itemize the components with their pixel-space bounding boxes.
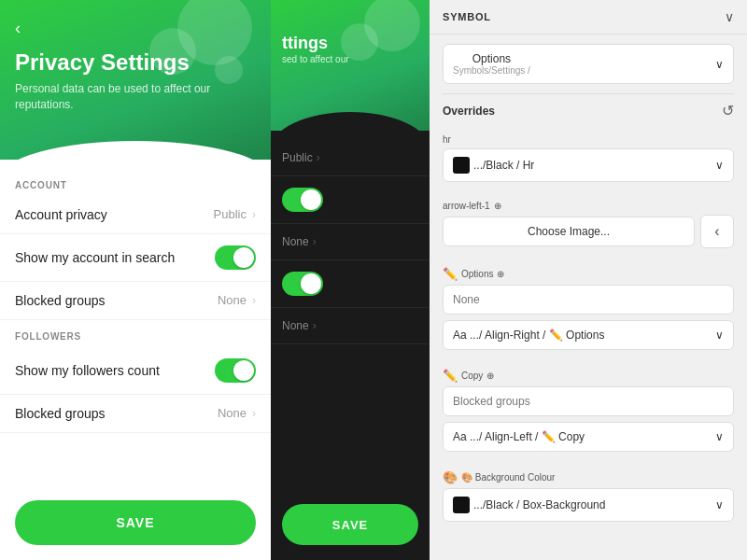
choose-image-button[interactable]: Choose Image...: [443, 217, 695, 246]
blocked-groups-followers-row[interactable]: Blocked groups None ›: [0, 395, 271, 433]
copy-section: ✏️ Copy ⊕ Aa .../ Align-Left / ✏️ Copy ∨: [430, 359, 747, 461]
palette-icon: 🎨: [443, 470, 458, 484]
deco-circle-3: [215, 56, 243, 84]
copy-dropdown-value: Aa .../ Align-Left / ✏️ Copy: [453, 430, 585, 443]
dark-blocked-groups-followers-row[interactable]: None ›: [271, 308, 430, 344]
symbol-section: Options Symbols/Settings / ∨: [430, 35, 747, 93]
dark-chevron-3: ›: [313, 319, 317, 332]
copy-label: ✏️ Copy ⊕: [443, 369, 734, 383]
stack-icon-3: ⊕: [486, 371, 494, 381]
account-privacy-value: Public ›: [214, 207, 256, 221]
dark-chevron-1: ›: [317, 151, 320, 164]
overrides-title: Overrides: [443, 105, 495, 118]
pencil-icon-2: ✏️: [443, 369, 458, 383]
blocked-groups-followers-value: None ›: [218, 406, 256, 420]
copy-dropdown[interactable]: Aa .../ Align-Left / ✏️ Copy ∨: [443, 422, 734, 452]
show-followers-label: Show my followers count: [15, 363, 160, 378]
show-account-toggle[interactable]: [215, 245, 256, 270]
bg-colour-value: .../Black / Box-Background: [473, 498, 605, 511]
dark-save-wrap: SAVE: [271, 489, 430, 560]
hr-dropdown-value: .../Black / Hr: [473, 159, 534, 172]
copy-dropdown-chevron: ∨: [715, 430, 724, 443]
bg-color-swatch: [453, 497, 470, 513]
show-account-search-row[interactable]: Show my account in search: [0, 234, 271, 282]
chevron-icon-3: ›: [252, 407, 256, 420]
arrow-left-label: arrow-left-1 ⊕: [443, 201, 734, 211]
overrides-header: Overrides ↺: [430, 94, 747, 123]
bg-dropdown-chevron: ∨: [715, 498, 724, 511]
options-dropdown-value: Aa .../ Align-Right / ✏️ Options: [453, 329, 604, 342]
options-label: ✏️ Options ⊕: [443, 267, 734, 281]
hr-dropdown-chevron: ∨: [715, 159, 724, 172]
dark-show-followers-toggle[interactable]: [282, 272, 323, 296]
account-privacy-row[interactable]: Account privacy Public ›: [0, 196, 271, 234]
symbol-dropdown-sub: Symbols/Settings /: [453, 65, 530, 76]
dark-show-account-toggle[interactable]: [282, 188, 323, 212]
stack-icon-2: ⊕: [497, 269, 504, 279]
dark-account-privacy-value: Public ›: [282, 151, 320, 164]
middle-header: ttings sed to affect our: [271, 0, 430, 131]
left-header: ‹ Privacy Settings Personal data can be …: [0, 0, 271, 160]
hr-section: hr .../Black / Hr ∨: [430, 123, 747, 191]
account-privacy-label: Account privacy: [15, 207, 107, 222]
dark-blocked-value-2: None ›: [282, 319, 317, 332]
hr-label: hr: [443, 134, 734, 145]
options-dropdown-chevron: ∨: [715, 329, 724, 342]
right-panel: SYMBOL ∨ Options Symbols/Settings / ∨ Ov…: [430, 0, 747, 560]
copy-input[interactable]: [443, 386, 734, 416]
back-button[interactable]: ‹: [15, 19, 21, 38]
arrow-preview: ‹: [700, 215, 734, 248]
arrow-left-section: arrow-left-1 ⊕ Choose Image... ‹: [430, 191, 747, 258]
left-panel: ‹ Privacy Settings Personal data can be …: [0, 0, 271, 560]
reset-icon[interactable]: ↺: [722, 102, 734, 119]
followers-section-label: FOLLOWERS: [0, 320, 271, 347]
dark-show-account-row[interactable]: [271, 176, 430, 224]
show-followers-toggle[interactable]: [215, 358, 256, 383]
middle-panel: ttings sed to affect our Public › None ›…: [271, 0, 430, 560]
show-followers-count-row[interactable]: Show my followers count: [0, 347, 271, 395]
hr-dropdown[interactable]: .../Black / Hr ∨: [443, 148, 734, 182]
symbol-dropdown[interactable]: Options Symbols/Settings / ∨: [443, 44, 734, 84]
chevron-icon: ›: [252, 208, 256, 221]
save-button[interactable]: SAVE: [15, 500, 256, 545]
show-account-label: Show my account in search: [15, 250, 175, 265]
dark-blocked-value-1: None ›: [282, 235, 317, 248]
dropdown-chevron: ∨: [715, 58, 724, 71]
bg-colour-label: 🎨 🎨 Background Colour: [443, 470, 734, 484]
symbol-header-title: SYMBOL: [443, 11, 491, 22]
dark-chevron-2: ›: [313, 235, 317, 248]
save-button-wrap: SAVE: [0, 485, 271, 560]
dark-save-button[interactable]: SAVE: [282, 504, 418, 545]
options-input[interactable]: [443, 285, 734, 315]
deco-circle-2: [149, 28, 196, 75]
right-header: SYMBOL ∨: [430, 0, 747, 35]
symbol-dropdown-label: Options: [453, 52, 530, 65]
page-subtitle: Personal data can be used to affect our …: [15, 81, 256, 113]
stack-icon-1: ⊕: [494, 201, 501, 211]
left-content: ACCOUNT Account privacy Public › Show my…: [0, 160, 271, 485]
blocked-groups-account-label: Blocked groups: [15, 293, 106, 308]
blocked-groups-account-row[interactable]: Blocked groups None ›: [0, 282, 271, 320]
pencil-icon-1: ✏️: [443, 267, 458, 281]
blocked-groups-account-value: None ›: [218, 293, 256, 307]
hr-color-swatch: [453, 157, 470, 174]
collapse-icon[interactable]: ∨: [725, 9, 734, 24]
chevron-icon-2: ›: [252, 294, 256, 307]
deco-circle-5: [341, 23, 378, 61]
dark-blocked-groups-account-row[interactable]: None ›: [271, 224, 430, 260]
middle-content: Public › None › None ›: [271, 131, 430, 489]
blocked-groups-followers-label: Blocked groups: [15, 406, 106, 421]
bg-colour-section: 🎨 🎨 Background Colour .../Black / Box-Ba…: [430, 461, 747, 531]
dark-show-followers-row[interactable]: [271, 260, 430, 308]
arrow-left-controls: Choose Image... ‹: [443, 215, 734, 248]
options-dropdown[interactable]: Aa .../ Align-Right / ✏️ Options ∨: [443, 320, 734, 350]
options-section: ✏️ Options ⊕ Aa .../ Align-Right / ✏️ Op…: [430, 258, 747, 359]
bg-colour-dropdown[interactable]: .../Black / Box-Background ∨: [443, 488, 734, 522]
